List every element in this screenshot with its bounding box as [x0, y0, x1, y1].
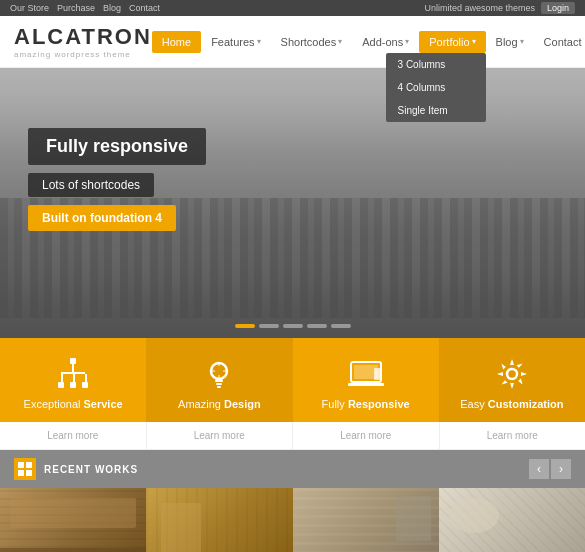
feature-design: Amazing Design	[146, 338, 292, 422]
recent-works-label: RECENT WORKS	[14, 458, 138, 480]
logo-subtitle: amazing wordpress theme	[14, 50, 152, 59]
recent-works-title: RECENT WORKS	[44, 464, 138, 475]
learn-more-1[interactable]: Learn more	[0, 422, 147, 449]
svg-rect-12	[217, 386, 221, 388]
svg-rect-25	[26, 462, 32, 468]
svg-rect-15	[211, 371, 215, 372]
svg-rect-20	[362, 382, 370, 384]
svg-rect-0	[70, 358, 76, 364]
nav-home[interactable]: Home	[152, 31, 201, 53]
feature-service-label: Exceptional Service	[24, 398, 123, 410]
hero-badge-responsive: Fully responsive	[28, 128, 206, 165]
svg-rect-2	[70, 382, 76, 388]
learn-more-3[interactable]: Learn more	[293, 422, 440, 449]
portfolio-thumb-3[interactable]	[293, 488, 439, 552]
feature-customization-label: Easy Customization	[460, 398, 563, 410]
login-button[interactable]: Login	[541, 2, 575, 14]
hero-badge-shortcodes: Lots of shortcodes	[28, 173, 154, 197]
nav-contact[interactable]: Contact	[534, 31, 585, 53]
hero-dot-5[interactable]	[331, 324, 351, 328]
svg-rect-5	[61, 372, 85, 374]
nav-shortcodes[interactable]: Shortcodes ▾	[271, 31, 353, 53]
portfolio-thumb-1[interactable]: www.theastepchritiancollege.com	[0, 488, 146, 552]
features-arrow-icon: ▾	[257, 37, 261, 46]
nav-features[interactable]: Features ▾	[201, 31, 270, 53]
hero-dot-1[interactable]	[235, 324, 255, 328]
svg-rect-26	[18, 470, 24, 476]
svg-rect-3	[82, 382, 88, 388]
nav-addons[interactable]: Add-ons ▾	[352, 31, 419, 53]
top-bar: Our Store Purchase Blog Contact Unlimite…	[0, 0, 585, 16]
portfolio-thumbnails: www.theastepchritiancollege.com	[0, 488, 585, 552]
svg-rect-27	[26, 470, 32, 476]
svg-rect-10	[215, 380, 223, 382]
topbar-link-blog[interactable]: Blog	[103, 3, 121, 13]
feature-boxes: Exceptional Service Amazing Design	[0, 338, 585, 422]
portfolio-thumb-4[interactable]	[439, 488, 585, 552]
logo[interactable]: ALCATRON amazing wordpress theme	[14, 24, 152, 59]
nav-portfolio[interactable]: Portfolio ▾	[419, 31, 485, 53]
recent-works-header: RECENT WORKS ‹ ›	[0, 450, 585, 488]
dropdown-4col[interactable]: 4 Columns	[386, 76, 486, 99]
site-header: ALCATRON amazing wordpress theme Home Fe…	[0, 16, 585, 68]
portfolio-arrow-icon: ▾	[472, 37, 476, 46]
main-nav: Home Features ▾ Shortcodes ▾ Add-ons ▾ P…	[152, 31, 585, 53]
svg-rect-14	[219, 375, 220, 379]
learn-more-4[interactable]: Learn more	[440, 422, 586, 449]
bulb-icon	[201, 356, 237, 392]
gear-icon	[494, 356, 530, 392]
portfolio-thumb-2[interactable]	[146, 488, 292, 552]
top-bar-links: Our Store Purchase Blog Contact	[10, 3, 160, 13]
topbar-link-contact[interactable]: Contact	[129, 3, 160, 13]
svg-rect-6	[61, 374, 63, 382]
learn-more-section: Learn more Learn more Learn more Learn m…	[0, 422, 585, 450]
hero-dots	[235, 324, 351, 328]
svg-rect-1	[58, 382, 64, 388]
svg-point-23	[507, 369, 517, 379]
shortcodes-arrow-icon: ▾	[338, 37, 342, 46]
logo-title: ALCATRON	[14, 24, 152, 50]
feature-responsive-label: Fully Responsive	[322, 398, 410, 410]
svg-rect-22	[375, 370, 381, 378]
svg-rect-13	[219, 362, 220, 366]
network-icon	[55, 356, 91, 392]
nav-blog[interactable]: Blog ▾	[486, 31, 534, 53]
topbar-tagline: Unlimited awesome themes	[424, 3, 535, 13]
topbar-link-store[interactable]: Our Store	[10, 3, 49, 13]
dropdown-single[interactable]: Single Item	[386, 99, 486, 122]
svg-rect-16	[223, 371, 227, 372]
learn-more-2[interactable]: Learn more	[147, 422, 294, 449]
feature-customization: Easy Customization	[439, 338, 585, 422]
dropdown-3col[interactable]: 3 Columns	[386, 53, 486, 76]
hero-cta-button[interactable]: Built on foundation 4	[28, 205, 176, 231]
portfolio-dropdown-menu: 3 Columns 4 Columns Single Item	[386, 53, 486, 122]
hero-dot-4[interactable]	[307, 324, 327, 328]
svg-rect-8	[85, 374, 87, 382]
nav-portfolio-dropdown: Portfolio ▾ 3 Columns 4 Columns Single I…	[419, 31, 485, 53]
hero-dot-3[interactable]	[283, 324, 303, 328]
hero-dot-2[interactable]	[259, 324, 279, 328]
svg-rect-11	[216, 383, 222, 385]
svg-rect-4	[72, 364, 74, 372]
feature-responsive: Fully Responsive	[293, 338, 439, 422]
feature-service: Exceptional Service	[0, 338, 146, 422]
top-bar-right: Unlimited awesome themes Login	[424, 2, 575, 14]
blog-arrow-icon: ▾	[520, 37, 524, 46]
recent-works-arrows: ‹ ›	[529, 459, 571, 479]
hero-content: Fully responsive Lots of shortcodes Buil…	[28, 128, 206, 231]
feature-design-label: Amazing Design	[178, 398, 261, 410]
hero-section: Fully responsive Lots of shortcodes Buil…	[0, 68, 585, 338]
prev-arrow[interactable]: ‹	[529, 459, 549, 479]
topbar-link-purchase[interactable]: Purchase	[57, 3, 95, 13]
next-arrow[interactable]: ›	[551, 459, 571, 479]
svg-rect-24	[18, 462, 24, 468]
recent-works-icon	[14, 458, 36, 480]
addons-arrow-icon: ▾	[405, 37, 409, 46]
svg-rect-7	[73, 374, 75, 382]
laptop-icon	[348, 356, 384, 392]
